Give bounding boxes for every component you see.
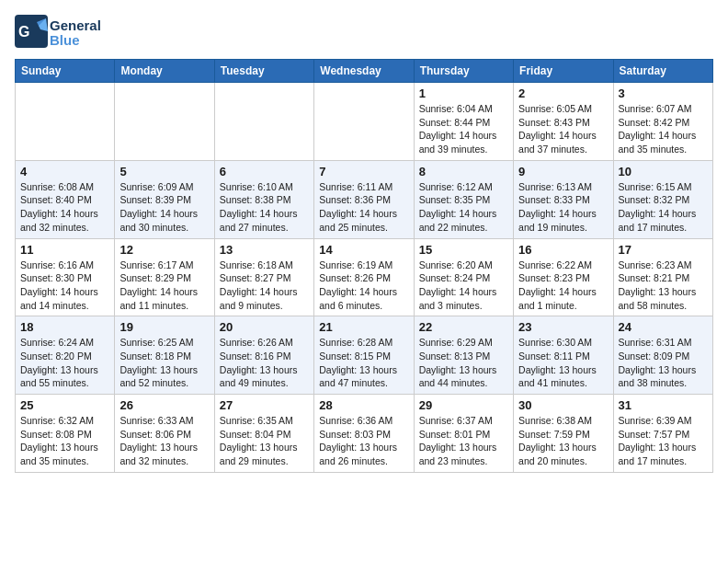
logo-icon: G <box>15 15 48 48</box>
day-number: 6 <box>220 165 309 178</box>
calendar-cell: 8Sunrise: 6:12 AM Sunset: 8:35 PM Daylig… <box>414 160 513 238</box>
calendar-cell: 18Sunrise: 6:24 AM Sunset: 8:20 PM Dayli… <box>16 316 115 395</box>
calendar-cell: 17Sunrise: 6:23 AM Sunset: 8:21 PM Dayli… <box>613 238 712 316</box>
day-info: Sunrise: 6:35 AM Sunset: 8:04 PM Dayligh… <box>220 414 309 468</box>
calendar-cell: 28Sunrise: 6:36 AM Sunset: 8:03 PM Dayli… <box>314 395 414 473</box>
calendar-cell: 12Sunrise: 6:17 AM Sunset: 8:29 PM Dayli… <box>115 238 214 316</box>
page-header: G General Blue <box>15 15 713 52</box>
day-number: 26 <box>119 398 209 412</box>
calendar-table: SundayMondayTuesdayWednesdayThursdayFrid… <box>15 59 713 473</box>
day-number: 20 <box>220 320 309 334</box>
day-number: 30 <box>518 398 608 412</box>
day-number: 27 <box>220 398 309 412</box>
week-row-5: 25Sunrise: 6:32 AM Sunset: 8:08 PM Dayli… <box>16 395 713 473</box>
weekday-header-saturday: Saturday <box>613 60 712 83</box>
weekday-header-thursday: Thursday <box>414 60 513 83</box>
calendar-cell: 11Sunrise: 6:16 AM Sunset: 8:30 PM Dayli… <box>16 238 115 316</box>
day-number: 21 <box>319 320 408 334</box>
logo: G General Blue <box>15 15 101 52</box>
calendar-cell: 7Sunrise: 6:11 AM Sunset: 8:36 PM Daylig… <box>314 160 414 238</box>
day-info: Sunrise: 6:18 AM Sunset: 8:27 PM Dayligh… <box>220 259 309 313</box>
day-info: Sunrise: 6:16 AM Sunset: 8:30 PM Dayligh… <box>20 259 109 313</box>
day-info: Sunrise: 6:31 AM Sunset: 8:09 PM Dayligh… <box>619 336 708 390</box>
day-info: Sunrise: 6:37 AM Sunset: 8:01 PM Dayligh… <box>419 414 508 468</box>
day-info: Sunrise: 6:07 AM Sunset: 8:42 PM Dayligh… <box>619 102 708 156</box>
weekday-header-tuesday: Tuesday <box>214 60 313 83</box>
day-info: Sunrise: 6:38 AM Sunset: 7:59 PM Dayligh… <box>518 414 608 468</box>
day-number: 9 <box>518 165 608 178</box>
day-number: 19 <box>119 320 209 334</box>
day-info: Sunrise: 6:30 AM Sunset: 8:11 PM Dayligh… <box>518 336 608 390</box>
calendar-cell: 29Sunrise: 6:37 AM Sunset: 8:01 PM Dayli… <box>414 395 513 473</box>
calendar-cell: 5Sunrise: 6:09 AM Sunset: 8:39 PM Daylig… <box>115 160 214 238</box>
day-number: 1 <box>419 86 508 100</box>
day-number: 11 <box>20 243 109 257</box>
day-info: Sunrise: 6:12 AM Sunset: 8:35 PM Dayligh… <box>419 180 508 235</box>
calendar-cell <box>314 83 414 161</box>
calendar-cell: 16Sunrise: 6:22 AM Sunset: 8:23 PM Dayli… <box>514 238 613 316</box>
calendar-cell: 13Sunrise: 6:18 AM Sunset: 8:27 PM Dayli… <box>214 238 313 316</box>
calendar-cell: 10Sunrise: 6:15 AM Sunset: 8:32 PM Dayli… <box>613 160 712 238</box>
day-info: Sunrise: 6:11 AM Sunset: 8:36 PM Dayligh… <box>319 180 408 235</box>
logo-general: General <box>50 17 101 33</box>
day-info: Sunrise: 6:17 AM Sunset: 8:29 PM Dayligh… <box>119 259 209 313</box>
weekday-header-row: SundayMondayTuesdayWednesdayThursdayFrid… <box>16 60 713 83</box>
calendar-cell: 20Sunrise: 6:26 AM Sunset: 8:16 PM Dayli… <box>214 316 313 395</box>
day-info: Sunrise: 6:26 AM Sunset: 8:16 PM Dayligh… <box>220 336 309 390</box>
day-info: Sunrise: 6:29 AM Sunset: 8:13 PM Dayligh… <box>419 336 508 390</box>
weekday-header-monday: Monday <box>115 60 214 83</box>
calendar-cell: 2Sunrise: 6:05 AM Sunset: 8:43 PM Daylig… <box>514 83 613 161</box>
calendar-cell: 4Sunrise: 6:08 AM Sunset: 8:40 PM Daylig… <box>16 160 115 238</box>
week-row-3: 11Sunrise: 6:16 AM Sunset: 8:30 PM Dayli… <box>16 238 713 316</box>
day-number: 2 <box>518 86 608 100</box>
day-info: Sunrise: 6:15 AM Sunset: 8:32 PM Dayligh… <box>619 180 708 235</box>
calendar-cell: 14Sunrise: 6:19 AM Sunset: 8:26 PM Dayli… <box>314 238 414 316</box>
day-number: 14 <box>319 243 408 257</box>
day-info: Sunrise: 6:05 AM Sunset: 8:43 PM Dayligh… <box>518 102 608 156</box>
calendar-cell <box>214 83 313 161</box>
day-number: 12 <box>119 243 209 257</box>
day-info: Sunrise: 6:20 AM Sunset: 8:24 PM Dayligh… <box>419 259 508 313</box>
day-info: Sunrise: 6:23 AM Sunset: 8:21 PM Dayligh… <box>619 259 708 313</box>
day-info: Sunrise: 6:32 AM Sunset: 8:08 PM Dayligh… <box>20 414 109 468</box>
day-number: 15 <box>419 243 508 257</box>
day-info: Sunrise: 6:10 AM Sunset: 8:38 PM Dayligh… <box>220 180 309 235</box>
calendar-cell: 6Sunrise: 6:10 AM Sunset: 8:38 PM Daylig… <box>214 160 313 238</box>
day-number: 13 <box>220 243 309 257</box>
calendar-cell: 23Sunrise: 6:30 AM Sunset: 8:11 PM Dayli… <box>514 316 613 395</box>
day-info: Sunrise: 6:08 AM Sunset: 8:40 PM Dayligh… <box>20 180 109 235</box>
calendar-cell: 27Sunrise: 6:35 AM Sunset: 8:04 PM Dayli… <box>214 395 313 473</box>
calendar-cell <box>16 83 115 161</box>
calendar-cell: 26Sunrise: 6:33 AM Sunset: 8:06 PM Dayli… <box>115 395 214 473</box>
day-number: 22 <box>419 320 508 334</box>
day-info: Sunrise: 6:28 AM Sunset: 8:15 PM Dayligh… <box>319 336 408 390</box>
day-number: 3 <box>619 86 708 100</box>
week-row-2: 4Sunrise: 6:08 AM Sunset: 8:40 PM Daylig… <box>16 160 713 238</box>
day-number: 25 <box>20 398 109 412</box>
logo-blue: Blue <box>50 32 80 48</box>
day-number: 5 <box>119 165 209 178</box>
weekday-header-sunday: Sunday <box>16 60 115 83</box>
day-number: 28 <box>319 398 408 412</box>
week-row-4: 18Sunrise: 6:24 AM Sunset: 8:20 PM Dayli… <box>16 316 713 395</box>
day-info: Sunrise: 6:09 AM Sunset: 8:39 PM Dayligh… <box>119 180 209 235</box>
day-info: Sunrise: 6:04 AM Sunset: 8:44 PM Dayligh… <box>419 102 508 156</box>
calendar-cell: 1Sunrise: 6:04 AM Sunset: 8:44 PM Daylig… <box>414 83 513 161</box>
calendar-cell: 9Sunrise: 6:13 AM Sunset: 8:33 PM Daylig… <box>514 160 613 238</box>
calendar-cell: 31Sunrise: 6:39 AM Sunset: 7:57 PM Dayli… <box>613 395 712 473</box>
day-info: Sunrise: 6:39 AM Sunset: 7:57 PM Dayligh… <box>619 414 708 468</box>
day-info: Sunrise: 6:24 AM Sunset: 8:20 PM Dayligh… <box>20 336 109 390</box>
day-number: 24 <box>619 320 708 334</box>
calendar-cell: 30Sunrise: 6:38 AM Sunset: 7:59 PM Dayli… <box>514 395 613 473</box>
day-info: Sunrise: 6:25 AM Sunset: 8:18 PM Dayligh… <box>119 336 209 390</box>
svg-text:G: G <box>18 24 29 40</box>
day-number: 16 <box>518 243 608 257</box>
day-info: Sunrise: 6:36 AM Sunset: 8:03 PM Dayligh… <box>319 414 408 468</box>
calendar-cell <box>115 83 214 161</box>
calendar-cell: 15Sunrise: 6:20 AM Sunset: 8:24 PM Dayli… <box>414 238 513 316</box>
week-row-1: 1Sunrise: 6:04 AM Sunset: 8:44 PM Daylig… <box>16 83 713 161</box>
calendar-cell: 25Sunrise: 6:32 AM Sunset: 8:08 PM Dayli… <box>16 395 115 473</box>
weekday-header-wednesday: Wednesday <box>314 60 414 83</box>
day-number: 4 <box>20 165 109 178</box>
day-info: Sunrise: 6:33 AM Sunset: 8:06 PM Dayligh… <box>119 414 209 468</box>
